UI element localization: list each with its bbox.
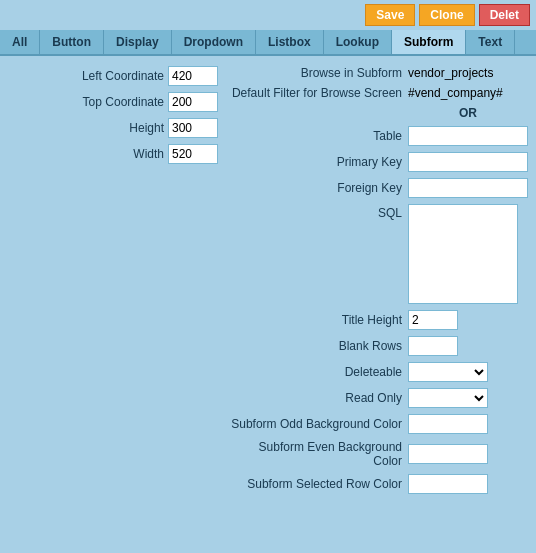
default-filter-value: #vend_company#	[408, 86, 503, 100]
foreign-key-input[interactable]	[408, 178, 528, 198]
browse-subform-row: Browse in Subform vendor_projects	[228, 66, 528, 80]
title-height-input[interactable]	[408, 310, 458, 330]
height-row: Height	[8, 118, 218, 138]
odd-bg-row: Subform Odd Background Color	[228, 414, 528, 434]
width-row: Width	[8, 144, 218, 164]
read-only-label: Read Only	[228, 391, 408, 405]
tab-subform[interactable]: Subform	[392, 30, 466, 54]
primary-key-row: Primary Key	[228, 152, 528, 172]
save-button[interactable]: Save	[365, 4, 415, 26]
tab-display[interactable]: Display	[104, 30, 172, 54]
deleteable-select[interactable]: Yes No	[408, 362, 488, 382]
odd-bg-label: Subform Odd Background Color	[228, 417, 408, 431]
title-height-label: Title Height	[228, 313, 408, 327]
even-bg-input[interactable]	[408, 444, 488, 464]
browse-subform-label: Browse in Subform	[228, 66, 408, 80]
selected-row-input[interactable]	[408, 474, 488, 494]
table-label: Table	[228, 129, 408, 143]
selected-row-label: Subform Selected Row Color	[228, 477, 408, 491]
left-coordinate-input[interactable]	[168, 66, 218, 86]
top-coordinate-label: Top Coordinate	[8, 95, 168, 109]
delete-button[interactable]: Delet	[479, 4, 530, 26]
selected-row-row: Subform Selected Row Color	[228, 474, 528, 494]
browse-subform-value: vendor_projects	[408, 66, 493, 80]
top-coordinate-input[interactable]	[168, 92, 218, 112]
top-coordinate-row: Top Coordinate	[8, 92, 218, 112]
primary-key-label: Primary Key	[228, 155, 408, 169]
width-label: Width	[8, 147, 168, 161]
odd-bg-input[interactable]	[408, 414, 488, 434]
form-section: Left Coordinate Top Coordinate Height Wi…	[8, 66, 528, 500]
primary-key-input[interactable]	[408, 152, 528, 172]
deleteable-label: Deleteable	[228, 365, 408, 379]
even-bg-label: Subform Even Background Color	[228, 440, 408, 468]
sql-input[interactable]	[408, 204, 518, 304]
foreign-key-label: Foreign Key	[228, 181, 408, 195]
left-coordinate-label: Left Coordinate	[8, 69, 168, 83]
read-only-row: Read Only Yes No	[228, 388, 528, 408]
sql-row: SQL	[228, 204, 528, 304]
even-bg-row: Subform Even Background Color	[228, 440, 528, 468]
content-area: Left Coordinate Top Coordinate Height Wi…	[0, 56, 536, 510]
default-filter-label: Default Filter for Browse Screen	[228, 86, 408, 100]
title-height-row: Title Height	[228, 310, 528, 330]
blank-rows-label: Blank Rows	[228, 339, 408, 353]
tab-listbox[interactable]: Listbox	[256, 30, 324, 54]
tab-button[interactable]: Button	[40, 30, 104, 54]
tab-dropdown[interactable]: Dropdown	[172, 30, 256, 54]
tab-text[interactable]: Text	[466, 30, 515, 54]
blank-rows-row: Blank Rows	[228, 336, 528, 356]
clone-button[interactable]: Clone	[419, 4, 474, 26]
tab-lookup[interactable]: Lookup	[324, 30, 392, 54]
default-filter-row: Default Filter for Browse Screen #vend_c…	[228, 86, 528, 100]
table-input[interactable]	[408, 126, 528, 146]
height-input[interactable]	[168, 118, 218, 138]
right-column: Browse in Subform vendor_projects Defaul…	[228, 66, 528, 500]
toolbar: Save Clone Delet	[0, 0, 536, 30]
height-label: Height	[8, 121, 168, 135]
tab-bar: All Button Display Dropdown Listbox Look…	[0, 30, 536, 56]
or-text: OR	[408, 106, 528, 120]
deleteable-row: Deleteable Yes No	[228, 362, 528, 382]
table-row: Table	[228, 126, 528, 146]
read-only-select[interactable]: Yes No	[408, 388, 488, 408]
left-coordinate-row: Left Coordinate	[8, 66, 218, 86]
width-input[interactable]	[168, 144, 218, 164]
left-column: Left Coordinate Top Coordinate Height Wi…	[8, 66, 218, 500]
sql-label: SQL	[228, 204, 408, 220]
tab-all[interactable]: All	[0, 30, 40, 54]
foreign-key-row: Foreign Key	[228, 178, 528, 198]
blank-rows-input[interactable]	[408, 336, 458, 356]
